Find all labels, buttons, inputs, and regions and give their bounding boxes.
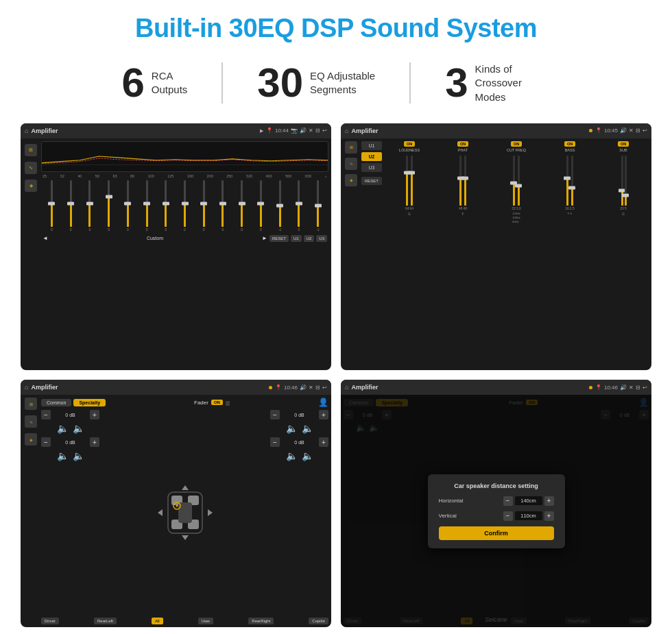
window-icon-2: ⊟ — [636, 127, 640, 134]
stat-crossover: 3 Kinds ofCrossover Modes — [411, 62, 584, 104]
channel-cols: ON LOUDNESS 64 64 G ON — [384, 141, 649, 223]
eq-slider-2[interactable]: 0 — [80, 180, 99, 232]
vol-minus-2[interactable]: − — [41, 437, 51, 447]
eq-slider-6[interactable]: 0 — [156, 180, 175, 232]
eq-slider-10[interactable]: 0 — [232, 180, 251, 232]
crossover-btn-3[interactable]: ◈ — [345, 174, 357, 186]
home-icon-3: ⌂ — [25, 384, 28, 391]
fader-title-row: Fader ON ||| — [194, 400, 230, 406]
eq-slider-7[interactable]: 0 — [176, 180, 194, 232]
eq-sidebar-btn-3[interactable]: ◈ — [25, 180, 37, 192]
crossover-u2-btn[interactable]: U2 — [361, 152, 382, 161]
eq-u3-btn[interactable]: U3 — [316, 235, 327, 242]
crossover-btn-2[interactable]: ∿ — [345, 158, 357, 170]
eq-slider-13[interactable]: 0 — [290, 180, 309, 232]
crossover-reset-btn[interactable]: RESET — [361, 177, 382, 185]
fader-tabs: Common Specialty — [41, 399, 106, 406]
crossover-sidebar: ⊞ ∿ ◈ — [344, 141, 359, 368]
screen-crossover-topbar: ⌂ Amplifier 📍 10:45 🔊 ✕ ⊟ ↩ — [341, 123, 651, 138]
fader-btn-3[interactable]: ◈ — [25, 433, 37, 446]
speaker-icons-right2: 🔈 🔈 — [270, 450, 328, 461]
phat-on[interactable]: ON — [457, 141, 468, 147]
fader-btn-2[interactable]: ∿ — [25, 415, 37, 428]
phat-label: PHAT — [458, 148, 468, 152]
vol-minus-4[interactable]: − — [270, 437, 280, 447]
stat-eq-number: 30 — [257, 62, 303, 103]
fader-sliders-icon: ||| — [226, 400, 230, 406]
eq-slider-1[interactable]: 0 — [62, 180, 80, 232]
eq-reset-btn[interactable]: RESET — [269, 235, 289, 242]
fader-on-badge[interactable]: ON — [211, 400, 223, 405]
crossover-btn-1[interactable]: ⊞ — [345, 141, 357, 154]
vol-plus-1[interactable]: + — [90, 410, 99, 419]
vol-plus-2[interactable]: + — [90, 437, 99, 447]
fader-top-row: Common Specialty Fader ON ||| 👤 — [41, 398, 328, 407]
fader-btn-1[interactable]: ⊞ — [25, 398, 37, 410]
home-icon-4: ⌂ — [345, 384, 348, 391]
horizontal-plus-btn[interactable]: + — [544, 496, 554, 506]
fader-content: − 0 dB + 🔈 🔈 − 0 dB + — [41, 410, 328, 615]
sub-on[interactable]: ON — [618, 141, 629, 147]
confirm-button[interactable]: Confirm — [439, 526, 554, 540]
crossover-u3-btn[interactable]: U3 — [361, 163, 382, 172]
eq-slider-5[interactable]: 0 — [138, 180, 156, 232]
channel-phat: ON PHAT 48 48 F — [437, 141, 488, 223]
vol-minus-1[interactable]: − — [41, 410, 51, 419]
fader-sidebar: ⊞ ∿ ◈ — [23, 398, 38, 624]
screens-grid: ⌂ Amplifier ▶ 📍 10:44 📷 🔊 ✕ ⊟ ↩ ⊞ ∿ — [21, 123, 651, 627]
speaker-icons-left: 🔈 🔈 — [41, 423, 99, 434]
stat-crossover-label: Kinds ofCrossover Modes — [475, 62, 551, 104]
back-icon-3: ↩ — [322, 385, 327, 391]
eq-sidebar-btn-2[interactable]: ∿ — [25, 162, 37, 174]
vertical-label: Vertical — [439, 513, 457, 519]
tab-specialty[interactable]: Specialty — [73, 399, 106, 406]
eq-slider-12[interactable]: -1 — [271, 180, 289, 232]
eq-prev-btn[interactable]: ◄ — [43, 235, 48, 241]
vol-plus-4[interactable]: + — [319, 437, 328, 447]
speaker-r1-icon: 🔈 — [286, 423, 298, 434]
dialog-box: Car speaker distance setting Horizontal … — [428, 474, 565, 548]
eq-slider-14[interactable]: -1 — [309, 180, 327, 232]
eq-slider-8[interactable]: 0 — [195, 180, 213, 232]
fader-main: Common Specialty Fader ON ||| 👤 — [41, 398, 328, 624]
screen-dialog-title: Amplifier — [351, 384, 378, 391]
tab-common[interactable]: Common — [41, 399, 71, 406]
loudness-on[interactable]: ON — [404, 141, 415, 147]
crossover-u1-btn[interactable]: U1 — [361, 141, 382, 150]
vertical-minus-btn[interactable]: − — [503, 511, 513, 521]
all-btn[interactable]: All — [152, 618, 163, 624]
bass-on[interactable]: ON — [564, 141, 575, 147]
back-icon: ↩ — [322, 127, 327, 134]
rearright-btn[interactable]: RearRight — [248, 618, 274, 624]
eq-u1-btn[interactable]: U1 — [291, 235, 302, 242]
home-icon: ⌂ — [25, 127, 28, 134]
screen-fader-title: Amplifier — [31, 384, 58, 391]
vol-minus-3[interactable]: − — [270, 410, 280, 419]
loudness-label: LOUDNESS — [399, 148, 420, 152]
copilot-btn[interactable]: Copilot — [309, 618, 328, 624]
camera-icon: 📷 — [291, 127, 298, 134]
eq-u2-btn[interactable]: U2 — [304, 235, 315, 242]
eq-slider-4[interactable]: 0 — [119, 180, 137, 232]
status-dot-4 — [589, 386, 592, 389]
eq-slider-3[interactable]: 5 — [99, 180, 118, 232]
rearleft-btn[interactable]: RearLeft — [94, 618, 117, 624]
volume-icon: 🔊 — [300, 127, 307, 134]
crossover-topbar-right: 📍 10:45 🔊 ✕ ⊟ ↩ — [595, 127, 647, 134]
cutfreq-on[interactable]: ON — [511, 141, 522, 147]
eq-sidebar-btn-1[interactable]: ⊞ — [25, 144, 37, 156]
vol-plus-3[interactable]: + — [319, 410, 328, 419]
eq-next-btn[interactable]: ► — [262, 235, 267, 241]
stats-row: 6 RCAOutputs 30 EQ AdjustableSegments 3 … — [21, 62, 651, 104]
location-icon: 📍 — [266, 127, 273, 134]
screen-fader-body: ⊞ ∿ ◈ Common Specialty Fader ON — [21, 395, 331, 627]
eq-slider-9[interactable]: 0 — [214, 180, 232, 232]
driver-btn[interactable]: Driver — [41, 618, 59, 624]
horizontal-minus-btn[interactable]: − — [503, 496, 513, 506]
eq-slider-0[interactable]: 0 — [43, 180, 61, 232]
eq-slider-11[interactable]: 0 — [252, 180, 270, 232]
eq-sliders: 0 0 0 5 0 0 0 0 0 0 0 0 -1 0 -1 — [41, 180, 328, 232]
user-btn[interactable]: User — [198, 618, 214, 624]
vertical-plus-btn[interactable]: + — [544, 511, 554, 521]
channel-sub: ON SUB 20 5 G — [598, 141, 649, 223]
